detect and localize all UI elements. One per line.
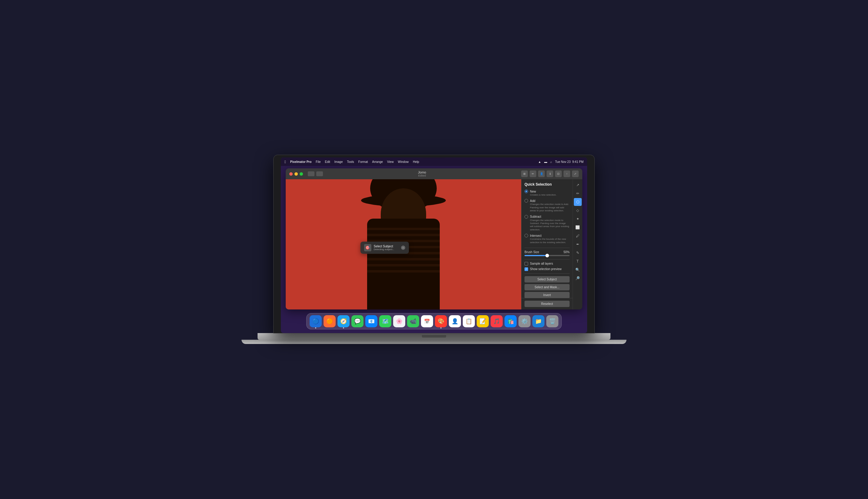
sidebar-toggle-button[interactable] [308, 171, 314, 176]
dock-notes[interactable]: 📝 [477, 315, 489, 327]
shape-tool[interactable]: ◇ [574, 207, 582, 215]
slider-label-row: Brush Size 50% [524, 251, 570, 254]
text-tool[interactable]: T [574, 257, 582, 265]
dock-messages[interactable]: 💬 [351, 315, 363, 327]
brush-size-value: 50% [563, 251, 570, 254]
menu-help[interactable]: Help [413, 160, 419, 163]
paint-tool[interactable]: ✏ [574, 190, 582, 197]
dock-maps[interactable]: 🗺️ [379, 315, 391, 327]
star-tool[interactable]: ✦ [574, 215, 582, 223]
radio-name-subtract: Subtract [530, 215, 541, 218]
radio-desc-new: Creates a new selection. [530, 194, 570, 196]
dock-calendar[interactable]: 📅 [421, 315, 433, 327]
menu-window[interactable]: Window [398, 160, 409, 163]
radio-option-new: New Creates a new selection. [524, 190, 570, 196]
screen-bezel:  Pixelmator Pro File Edit Image Tools F… [274, 155, 594, 333]
radio-option-intersect: Intersect Constrains the bounds of the n… [524, 234, 570, 244]
traffic-lights [289, 172, 303, 175]
radio-label-subtract[interactable]: Subtract [524, 215, 570, 219]
dock-contacts[interactable]: 👤 [449, 315, 461, 327]
select-subject-button[interactable]: Select Subject [524, 276, 570, 282]
dock-launchpad[interactable]: 🟠 [324, 315, 336, 327]
checkbox-sample-all[interactable]: Sample all layers [524, 262, 570, 266]
select-and-mask-button[interactable]: Select and Mask... [524, 284, 570, 290]
dock-settings[interactable]: ⚙️ [519, 315, 531, 327]
dock-facetime[interactable]: 📹 [407, 315, 419, 327]
layers-icon-button[interactable]: ⊞ [521, 170, 528, 177]
info-icon-button[interactable]: ℹ [547, 170, 553, 177]
dock-folder[interactable]: 📁 [532, 315, 544, 327]
reselect-button[interactable]: Reselect [524, 301, 570, 307]
selection-tool[interactable]: ⬡ [574, 198, 582, 206]
body-shape [367, 219, 440, 309]
search-icon[interactable]: ⌕ [550, 160, 552, 163]
cursor-tool[interactable]: ↗ [574, 181, 582, 189]
menu-image[interactable]: Image [334, 160, 343, 163]
dock-safari[interactable]: 🧭 [337, 315, 349, 327]
view-toggle-button[interactable] [316, 171, 323, 176]
dock-mail[interactable]: 📧 [365, 315, 377, 327]
slider-thumb [545, 254, 549, 257]
person-icon-button[interactable]: 👤 [538, 170, 545, 177]
menu-app-name[interactable]: Pixelmator Pro [290, 160, 312, 163]
menu-edit[interactable]: Edit [325, 160, 330, 163]
fullscreen-icon-button[interactable]: ⤢ [572, 170, 579, 177]
dock-finder[interactable]: 🔵 [310, 315, 322, 327]
tool-sidebar: ↗ ✏ ⬡ ◇ ✦ ⬜ 🖊 ✒ ✎ T 🔍 🔎 [573, 179, 582, 309]
dock-music[interactable]: 🎵 [491, 315, 503, 327]
crop-icon-button[interactable]: ⊡ [555, 170, 562, 177]
canvas-image[interactable]: 🎯 Select Subject Detecting subject... × [286, 179, 521, 309]
brush-tool[interactable]: ✒ [574, 240, 582, 248]
window-body: 🎯 Select Subject Detecting subject... × [286, 179, 582, 309]
radio-option-add: Add Changes the selection mode to Add. P… [524, 199, 570, 212]
dock-safari-dot [343, 327, 344, 329]
radio-dot-add [524, 199, 528, 203]
laptop-bottom [258, 333, 610, 340]
window-titlebar: Jomo Edited ⊞ ✏ 👤 ℹ ⊡ ↑ ⤢ [286, 168, 582, 179]
share-icon-button[interactable]: ↑ [563, 170, 570, 177]
zoom-in-tool[interactable]: 🔍 [574, 266, 582, 274]
dock-pixelmator[interactable]: 🎨 [435, 315, 447, 327]
radio-desc-intersect: Constrains the bounds of the new selecti… [530, 238, 570, 244]
dock-trash[interactable]: 🗑️ [546, 315, 558, 327]
menubar-left:  Pixelmator Pro File Edit Image Tools F… [285, 160, 419, 164]
maximize-button[interactable] [300, 172, 303, 175]
dock-finder-dot [315, 327, 316, 329]
radio-label-intersect[interactable]: Intersect [524, 234, 570, 238]
brush-size-slider[interactable] [524, 255, 570, 256]
radio-dot-subtract [524, 215, 528, 219]
invert-button[interactable]: Invert [524, 292, 570, 298]
titlebar-controls [308, 171, 323, 176]
checkbox-show-preview-box [524, 267, 528, 271]
minimize-button[interactable] [295, 172, 298, 175]
stripe [367, 270, 440, 272]
stripe [367, 228, 440, 230]
popup-close-button[interactable]: × [401, 246, 405, 250]
brush-icon-button[interactable]: ✏ [530, 170, 536, 177]
close-button[interactable] [289, 172, 293, 175]
pen-tool[interactable]: 🖊 [574, 232, 582, 240]
laptop-hinge [422, 335, 446, 338]
dock-appstore[interactable]: 🛍️ [505, 315, 517, 327]
menu-format[interactable]: Format [358, 160, 368, 163]
radio-label-add[interactable]: Add [524, 199, 570, 203]
macos-screen:  Pixelmator Pro File Edit Image Tools F… [281, 157, 587, 333]
stripe [367, 264, 440, 266]
dock-reminders[interactable]: 📋 [463, 315, 475, 327]
radio-label-new[interactable]: New [524, 190, 570, 193]
pencil-tool[interactable]: ✎ [574, 249, 582, 257]
zoom-out-tool[interactable]: 🔎 [574, 274, 582, 282]
shirt-stripes [367, 225, 440, 309]
menu-arrange[interactable]: Arrange [372, 160, 383, 163]
popup-title: Select Subject [374, 245, 399, 248]
checkbox-show-preview[interactable]: Show selection preview [524, 267, 570, 271]
rect-tool[interactable]: ⬜ [574, 223, 582, 231]
radio-name-intersect: Intersect [530, 234, 542, 238]
menu-view[interactable]: View [387, 160, 394, 163]
quick-selection-panel: Quick Selection New Creates a new select… [521, 179, 573, 309]
menu-tools[interactable]: Tools [347, 160, 354, 163]
app-window: Jomo Edited ⊞ ✏ 👤 ℹ ⊡ ↑ ⤢ [286, 168, 582, 309]
dock-photos[interactable]: 🌸 [393, 315, 405, 327]
menu-file[interactable]: File [316, 160, 321, 163]
stripe [367, 258, 440, 260]
